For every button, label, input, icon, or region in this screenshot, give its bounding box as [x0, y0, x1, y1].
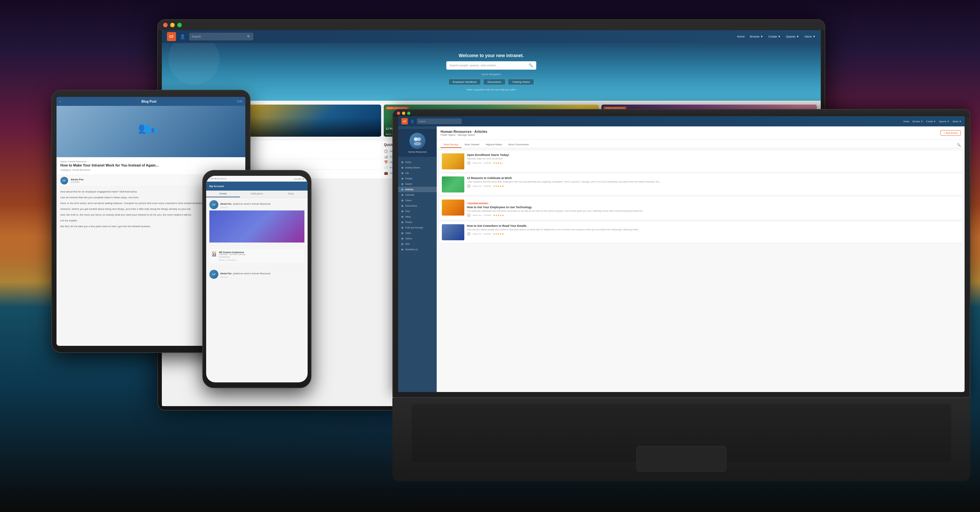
lr-logo: CF [401, 118, 408, 124]
org-chart-icon: 📊 [384, 155, 388, 159]
write-comment-prompt[interactable]: Write a comment... [219, 259, 246, 261]
lr-sidebar-discussions[interactable]: Discussions [398, 203, 437, 209]
cf-search-bar[interactable]: Search 🔍 [189, 33, 253, 40]
iph-tab-notifications[interactable]: Notifications [240, 190, 274, 197]
lr-article-1-img [442, 153, 464, 170]
lr-sidebar-info[interactable]: Info [398, 170, 437, 176]
lr-nav-links: Home Browse ▼ Create ▼ Spaces ▼ Alexis ▼ [903, 120, 961, 122]
lr-article-3-img [442, 200, 464, 216]
iph-event-comments: 0 Comments [219, 256, 246, 258]
policies-icon: 📄 [384, 166, 388, 170]
lr-stars-2: ★★★★★ [493, 185, 504, 188]
lr-user-icon: 👤 [410, 120, 414, 123]
lr-content-area: Human Resources · Articles Public Space … [437, 127, 964, 392]
lr-tab-recent[interactable]: Most Recent [441, 142, 461, 148]
lr-meta-avatar-2 [467, 184, 471, 188]
nav-browse[interactable]: Browse ▼ [750, 35, 763, 38]
iph-tab-activity[interactable]: Activity [206, 190, 240, 197]
lr-sidebar-home[interactable]: Home [398, 159, 437, 165]
close-button[interactable] [163, 23, 168, 27]
minimize-button[interactable] [170, 23, 175, 27]
laptop-maximize-btn[interactable] [407, 112, 410, 115]
lr-articles-list: Open Enrollment Starts Today! Important … [437, 148, 964, 247]
lr-nav-spaces[interactable]: Spaces ▼ [939, 120, 949, 122]
lr-sidebar-workflow[interactable]: Workflow (1) [398, 247, 437, 252]
lr-sidebar-photos[interactable]: Photos [398, 219, 437, 225]
iphone-tabs: Activity Notifications Today [206, 190, 308, 198]
lr-sidebar-cases[interactable]: Cases [398, 198, 437, 203]
lr-meta-author-4: Alexis Fox [473, 233, 482, 235]
iph-event-day: 22 [212, 253, 216, 257]
lr-sidebar-calendar[interactable]: Calendar [398, 192, 437, 198]
iph-person-1: Alexis Fox [220, 203, 232, 205]
iph-action-1-detail: posted an event in Human Resources [233, 203, 270, 205]
ipad-nav-title: Blog Post [61, 100, 237, 103]
lr-meta-avatar-3 [467, 213, 471, 217]
maximize-button[interactable] [177, 23, 182, 27]
hero-question: Have a question that we can help you wit… [466, 88, 516, 91]
lr-tab-viewed[interactable]: Most Viewed [461, 142, 483, 148]
monitor-bezel [158, 20, 824, 30]
lr-article-3-body: REQUIRED READING How to Get Your Employe… [467, 200, 959, 217]
discussions-btn[interactable]: Discussions [483, 79, 506, 85]
laptop-close-btn[interactable] [397, 112, 400, 115]
lr-sidebar-people[interactable]: People [398, 176, 437, 181]
lr-meta-author-3: Alexis Fox [473, 214, 482, 216]
ipad-edit-btn[interactable]: Edit [237, 100, 242, 103]
iph-event-date: MAR 22 [212, 251, 216, 257]
nav-user[interactable]: Alexis ▼ [804, 35, 816, 38]
author-avatar: AF [60, 177, 68, 184]
lr-sidebar-search[interactable]: Search [398, 181, 437, 187]
iph-activity-2-text: Alexis Fox posted an event in Human Reso… [220, 270, 271, 278]
lr-nav-browse[interactable]: Browse ▼ [913, 120, 923, 122]
lr-tab-rated[interactable]: Highest Rated [483, 142, 506, 148]
ipad-space-label: Space: Human Resources [60, 160, 242, 163]
lr-main-layout: Human Resources Home Activity Stream Inf… [398, 127, 964, 392]
iphone-nav: My Account [206, 182, 308, 190]
iph-avatar-1: AF [209, 200, 218, 209]
lr-article-1[interactable]: Open Enrollment Starts Today! Important … [439, 151, 962, 172]
lr-tab-commented[interactable]: Most Commented [505, 142, 532, 148]
lr-nav-home[interactable]: Home [903, 120, 909, 122]
lr-search-bar[interactable]: Search [417, 118, 462, 124]
nav-home[interactable]: Home [737, 35, 745, 38]
lr-sidebar-files[interactable]: Files [398, 209, 437, 214]
nav-spaces[interactable]: Spaces ▼ [786, 35, 799, 38]
lr-nav-create[interactable]: Create ▼ [926, 120, 936, 122]
lr-stars-1: ★★★★☆ [493, 162, 504, 165]
lr-sidebar-videos[interactable]: Videos [398, 236, 437, 241]
iph-activity-1-header: AF Alexis Fox posted an event in Human R… [209, 200, 304, 209]
nav-create[interactable]: Create ▼ [768, 35, 781, 38]
lr-sidebar-polls[interactable]: Polls and Surveys [398, 225, 437, 230]
employee-handbook-btn[interactable]: Employee Handbook [449, 79, 481, 85]
lr-search-icon-area[interactable]: 🔍 [957, 142, 961, 148]
lr-nav-user[interactable]: Alexis ▼ [952, 120, 961, 122]
lr-content-title: Human Resources · Articles [441, 130, 487, 133]
iph-action-2-detail: posted an event in Human Resources [233, 273, 270, 274]
training-videos-btn[interactable]: Training Videos [508, 79, 534, 85]
lr-sidebar-articles[interactable]: Articles [398, 187, 437, 192]
iph-activity-1: AF Alexis Fox posted an event in Human R… [206, 198, 308, 246]
lr-article-2[interactable]: 12 Reasons to Celebrate at Work I was ex… [439, 174, 962, 195]
search-placeholder: Search [192, 35, 201, 38]
cf-hero-section: Welcome to your new intranet. Search peo… [162, 43, 821, 101]
iph-notif-image [209, 211, 304, 243]
iph-tab-today[interactable]: Today [274, 190, 308, 197]
lr-sidebar-activity[interactable]: Activity Stream [398, 165, 437, 170]
lr-sidebar-ideas[interactable]: Ideas [398, 214, 437, 219]
lr-sidebar-tasks[interactable]: Tasks [398, 230, 437, 236]
laptop-screen: CF 👤 Search Home Browse ▼ Create ▼ Space… [398, 116, 964, 392]
cf-nav-bar: CF 👤 Search 🔍 Home Browse ▼ Create ▼ Spa… [162, 30, 821, 43]
laptop-minimize-btn[interactable] [402, 112, 405, 115]
hero-search[interactable]: Search people, spaces, and content... 🔍 [446, 61, 536, 70]
iph-avatar-2: AF [209, 270, 218, 279]
lr-article-4[interactable]: How to Get Coworkers to Read Your Emails… [439, 222, 962, 243]
lr-article-4-meta: Alexis Fox 1/1/2018 ★★★★★ [467, 232, 959, 236]
iph-event-title: HR Comms Conference [219, 251, 246, 254]
lr-add-article-btn[interactable]: + Add Article [940, 130, 961, 136]
laptop-trackpad[interactable] [636, 446, 726, 472]
iph-event[interactable]: MAR 22 HR Comms Conference 3/25/2018 – 3… [209, 249, 304, 263]
user-icon: 👤 [180, 34, 185, 39]
lr-article-3[interactable]: REQUIRED READING How to Get Your Employe… [439, 197, 962, 220]
lr-sidebar-wiki[interactable]: Wiki [398, 241, 437, 247]
